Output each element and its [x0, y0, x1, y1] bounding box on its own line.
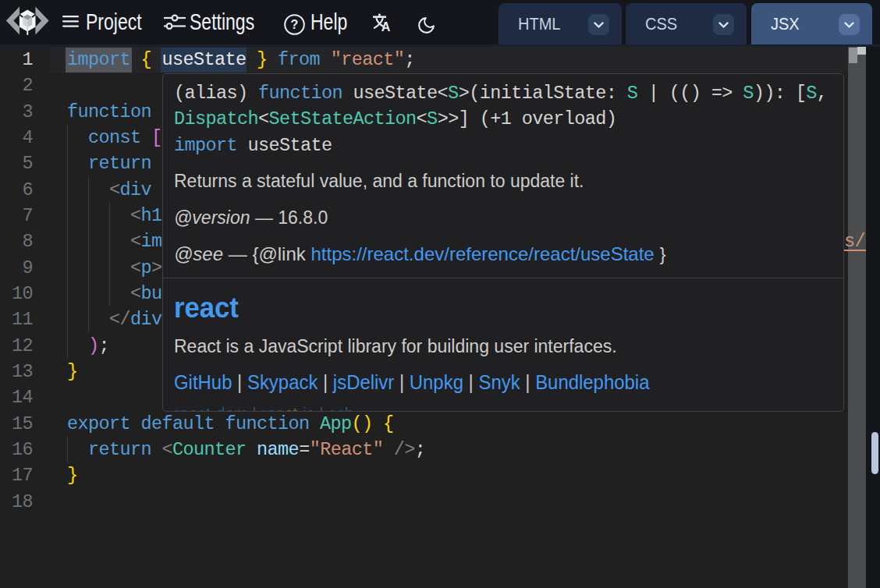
svg-text:A: A: [381, 20, 391, 33]
svg-text:?: ?: [291, 18, 299, 31]
